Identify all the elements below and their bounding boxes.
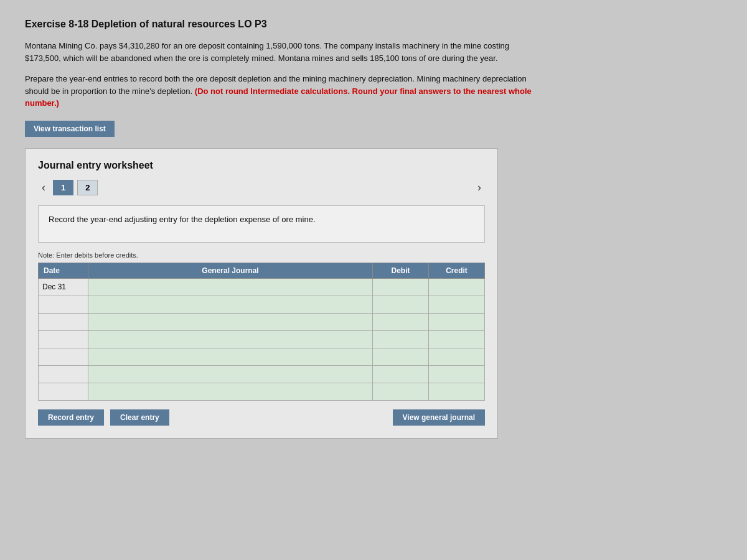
journal-input-cell[interactable] [88, 330, 373, 348]
debit-input-cell[interactable] [373, 296, 429, 313]
clear-entry-button[interactable]: Clear entry [110, 409, 169, 426]
view-general-journal-button[interactable]: View general journal [393, 409, 485, 426]
journal-input[interactable] [92, 335, 369, 343]
journal-table: Date General Journal Debit Credit Dec 31 [38, 263, 485, 401]
date-cell [39, 383, 88, 400]
credit-input-cell[interactable] [429, 313, 485, 330]
credit-input-cell[interactable] [429, 365, 485, 383]
instruction-paragraph: Prepare the year-end entries to record b… [25, 73, 535, 110]
page-title: Exercise 8-18 Depletion of natural resou… [25, 19, 722, 30]
next-tab-button[interactable]: › [474, 180, 485, 195]
debit-input-cell[interactable] [373, 330, 429, 348]
table-row [39, 348, 485, 365]
debit-header: Debit [373, 263, 429, 278]
credit-input-cell[interactable] [429, 278, 485, 296]
general-journal-header: General Journal [88, 263, 373, 278]
credit-header: Credit [429, 263, 485, 278]
prev-tab-button[interactable]: ‹ [38, 180, 49, 195]
debit-input-cell[interactable] [373, 313, 429, 330]
bottom-buttons: Record entry Clear entry View general jo… [38, 409, 485, 426]
journal-input-cell[interactable] [88, 313, 373, 330]
note-text: Note: Enter debits before credits. [38, 251, 485, 259]
credit-input[interactable] [433, 352, 481, 361]
table-row [39, 365, 485, 383]
debit-input-cell[interactable] [373, 383, 429, 400]
debit-input[interactable] [377, 352, 425, 361]
date-cell: Dec 31 [39, 278, 88, 296]
journal-input-cell[interactable] [88, 278, 373, 296]
tab-2-button[interactable]: 2 [77, 180, 98, 195]
debit-input-cell[interactable] [373, 278, 429, 296]
worksheet-title: Journal entry worksheet [38, 160, 485, 171]
credit-input[interactable] [433, 300, 481, 309]
credit-input-cell[interactable] [429, 348, 485, 365]
credit-input[interactable] [433, 370, 481, 378]
date-header: Date [39, 263, 88, 278]
debit-input[interactable] [377, 387, 425, 396]
credit-input[interactable] [433, 282, 481, 291]
debit-input[interactable] [377, 317, 425, 326]
journal-input-cell[interactable] [88, 296, 373, 313]
credit-input[interactable] [433, 335, 481, 343]
debit-input[interactable] [377, 335, 425, 343]
journal-input[interactable] [92, 282, 369, 291]
credit-input[interactable] [433, 317, 481, 326]
worksheet-container: Journal entry worksheet ‹ 1 2 › Record t… [25, 148, 498, 439]
journal-input[interactable] [92, 387, 369, 396]
table-row [39, 313, 485, 330]
date-cell [39, 313, 88, 330]
table-row: Dec 31 [39, 278, 485, 296]
credit-input-cell[interactable] [429, 383, 485, 400]
intro-paragraph: Montana Mining Co. pays $4,310,280 for a… [25, 40, 535, 64]
date-cell [39, 365, 88, 383]
entry-instruction: Record the year-end adjusting entry for … [38, 205, 485, 243]
journal-input[interactable] [92, 317, 369, 326]
journal-input[interactable] [92, 352, 369, 361]
credit-input[interactable] [433, 387, 481, 396]
credit-input-cell[interactable] [429, 330, 485, 348]
date-cell [39, 330, 88, 348]
journal-input[interactable] [92, 300, 369, 309]
view-transaction-button[interactable]: View transaction list [25, 121, 115, 137]
journal-input-cell[interactable] [88, 383, 373, 400]
date-cell [39, 296, 88, 313]
journal-input[interactable] [92, 370, 369, 378]
debit-input[interactable] [377, 300, 425, 309]
credit-input-cell[interactable] [429, 296, 485, 313]
debit-input[interactable] [377, 282, 425, 291]
table-row [39, 296, 485, 313]
debit-input[interactable] [377, 370, 425, 378]
tab-navigation: ‹ 1 2 › [38, 180, 485, 195]
date-cell [39, 348, 88, 365]
debit-input-cell[interactable] [373, 348, 429, 365]
record-entry-button[interactable]: Record entry [38, 409, 104, 426]
journal-input-cell[interactable] [88, 365, 373, 383]
table-row [39, 330, 485, 348]
table-row [39, 383, 485, 400]
debit-input-cell[interactable] [373, 365, 429, 383]
journal-input-cell[interactable] [88, 348, 373, 365]
tab-1-button[interactable]: 1 [53, 180, 73, 195]
